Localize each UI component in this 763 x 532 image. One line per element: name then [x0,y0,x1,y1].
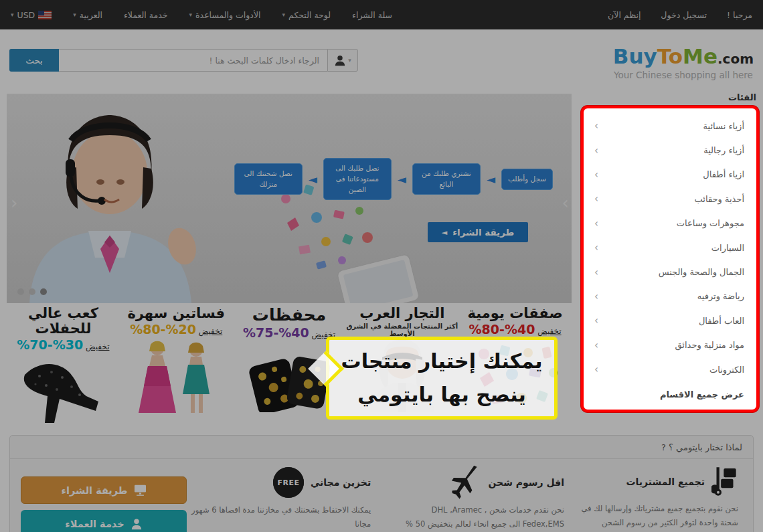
why-columns: تجميع المشتريات نحن نقوم بتجميع جميع مشت… [21,467,742,532]
how-to-buy-banner-button[interactable]: طريقة الشراء ◄ [428,222,528,242]
step-we-buy[interactable]: نشتري طلبك من البائع [412,163,481,195]
arrow-left-icon: ◄ [487,173,495,186]
caret-down-icon: ▾ [73,11,76,18]
deal-title: التجار العرب [345,306,458,321]
callout-text-line2: ينصح بها بايتومي [357,383,526,407]
caret-down-icon: ▾ [348,57,351,64]
support-link[interactable]: خدمة العملاء [124,10,168,20]
search-bar: ▾ بحث [9,49,358,72]
feature-text: يمكنك الاحتفاظ بشحنتك في مخازننا مدة اقص… [191,503,371,531]
sidebar-item-kids-toys[interactable]: العاب أطفال ‹ [584,308,756,333]
dresses-image [129,339,223,413]
sidebar-title: الفئات [581,92,759,106]
category-label: عرض جميع الاقسام [660,389,744,400]
chevron-left-icon: ‹ [594,169,598,181]
caret-down-icon: ▾ [189,11,193,18]
login-link[interactable]: تسجيل دخول [661,10,707,20]
language-menu[interactable]: العربية ▾ [73,10,102,20]
discount-range: %80-%20 [130,322,196,337]
sidebar-item-sports-leisure[interactable]: رياضة وترفيه ‹ [584,284,756,308]
category-label: ازياء أطفال [703,169,744,179]
why-box: لماذا تختار بايتومي ؟ ? تجميع المشتريات [9,435,754,532]
carousel-dot[interactable] [29,288,35,295]
logo-part-me: Me [683,44,717,68]
logo-part-buy: Buy [613,44,657,68]
feature-shipping: اقل رسوم شحن نحن نقدم خدمات شحن , DHL ,A… [375,467,568,531]
tools-label: الأدوات والمساعدة [195,10,261,20]
deal-discount: تخفيض %80-%20 [120,322,233,337]
deal-high-heels[interactable]: كعب عالي للحفلات تخفيض %70-%30 [7,303,120,423]
sidebar-item-cars[interactable]: السيارات ‹ [584,236,756,260]
carousel-dot-active[interactable] [40,288,47,295]
discount-range: %70-%30 [17,337,83,352]
customer-service-button[interactable]: خدمة العملاء [21,510,187,532]
carousel-prev-icon[interactable]: › [562,193,569,213]
sidebar-item-jewelry-watches[interactable]: مجوهرات وساعات ‹ [584,211,756,236]
sidebar-item-home-garden[interactable]: مواد منزلية وحدائق ‹ [584,333,756,357]
greeting-text: مرحبا ! [727,10,752,20]
category-label: أحذية وحقائب [695,194,744,204]
chevron-left-icon: ‹ [594,145,598,157]
feature-title: اقل رسوم شحن [488,477,564,488]
language-label: العربية [80,10,102,20]
feature-free-storage: تخزين مجاني FREE يمكنك الاحتفاظ بشحنتك ف… [187,467,375,531]
deal-discount: تخفيض %70-%30 [7,337,120,352]
step-warehouse-china[interactable]: نصل طلبك الى مستودعاتنا في الصين [323,158,392,200]
feature-title: تجميع المشتريات [626,476,705,487]
sidebar-item-all-categories[interactable]: عرض جميع الاقسام [584,381,756,407]
tools-menu[interactable]: الأدوات والمساعدة ▾ [189,10,261,20]
deal-discount: تخفيض %80-%40 [458,322,572,337]
step-deliver-home[interactable]: نصل شحنتك الى منزلك [234,163,303,195]
feature-title: تخزين مجاني [311,477,371,488]
register-link[interactable]: إنظم الآن [608,10,641,20]
topbar-nav-group: سلة الشراء لوحة التحكم ▾ الأدوات والمساع… [11,10,392,20]
logo[interactable]: BuyToMe.com Your Chinese shopping all he… [613,40,754,80]
us-flag-icon [38,11,52,19]
topbar-account-group: مرحبا ! تسجيل دخول إنظم الآن [608,10,752,20]
sidebar-item-shoes-bags[interactable]: أحذية وحقائب ‹ [584,187,756,211]
carousel-dot[interactable] [17,288,24,295]
chevron-left-icon: ‹ [594,120,598,132]
search-input[interactable] [58,49,327,72]
divider [10,458,753,459]
free-badge-icon: FREE [273,467,304,498]
sidebar-item-beauty-health[interactable]: الجمال والصحة والجنس ‹ [584,260,756,284]
categories-panel-highlighted: أزياء نسائية ‹ أزياء رجالية ‹ ازياء أطفا… [581,106,759,412]
deal-title: صفقات يومية [458,306,572,321]
deal-title: كعب عالي للحفلات [7,306,120,337]
cart-link[interactable]: سلة الشراء [352,10,392,20]
chevron-left-icon: ‹ [594,193,598,205]
category-label: السيارات [711,243,744,253]
dashboard-menu[interactable]: لوحة التحكم ▾ [282,10,331,20]
category-label: مواد منزلية وحدائق [675,340,744,350]
chevron-left-icon: ‹ [594,266,598,278]
hero-carousel: سجل وأطلب ◄ نشتري طلبك من البائع ◄ نصل ط… [7,94,572,303]
search-scope-selector[interactable]: ▾ [327,49,358,72]
person-icon [131,518,143,530]
sidebar-item-kids-fashion[interactable]: ازياء أطفال ‹ [584,163,756,187]
category-label: العاب أطفال [699,316,744,326]
chevron-left-icon: ‹ [594,242,598,254]
discount-range: %75-%40 [243,325,309,340]
deal-title: فساتين سهرة [120,306,233,321]
sidebar-item-men-fashion[interactable]: أزياء رجالية ‹ [584,138,756,162]
carousel-next-icon[interactable]: ‹ [11,193,17,213]
currency-menu[interactable]: USD ▾ [11,10,52,20]
how-to-buy-button[interactable]: طريقة الشراء [21,476,187,504]
deal-evening-dresses[interactable]: فساتين سهرة تخفيض %80-%20 [120,303,233,423]
caret-down-icon: ▾ [282,11,286,18]
arrow-left-icon: ◄ [309,173,317,186]
category-label: الجمال والصحة والجنس [659,267,744,277]
chevron-left-icon: ‹ [594,363,598,375]
how-it-works-steps: سجل وأطلب ◄ نشتري طلبك من البائع ◄ نصل ط… [234,158,553,200]
sidebar-item-women-fashion[interactable]: أزياء نسائية ‹ [584,114,756,138]
why-title: لماذا تختار بايتومي ؟ ? [21,442,742,458]
search-button[interactable]: بحث [9,49,59,72]
why-buttons: طريقة الشراء خدمة العملاء [21,467,187,532]
logo-part-to: To [657,44,683,68]
category-label: أزياء رجالية [703,145,744,155]
discount-word: تخفيض [537,327,561,336]
step-register-order[interactable]: سجل وأطلب [501,169,553,190]
sidebar-item-electronics[interactable]: الكترونات ‹ [584,357,756,381]
heels-image [13,355,113,428]
